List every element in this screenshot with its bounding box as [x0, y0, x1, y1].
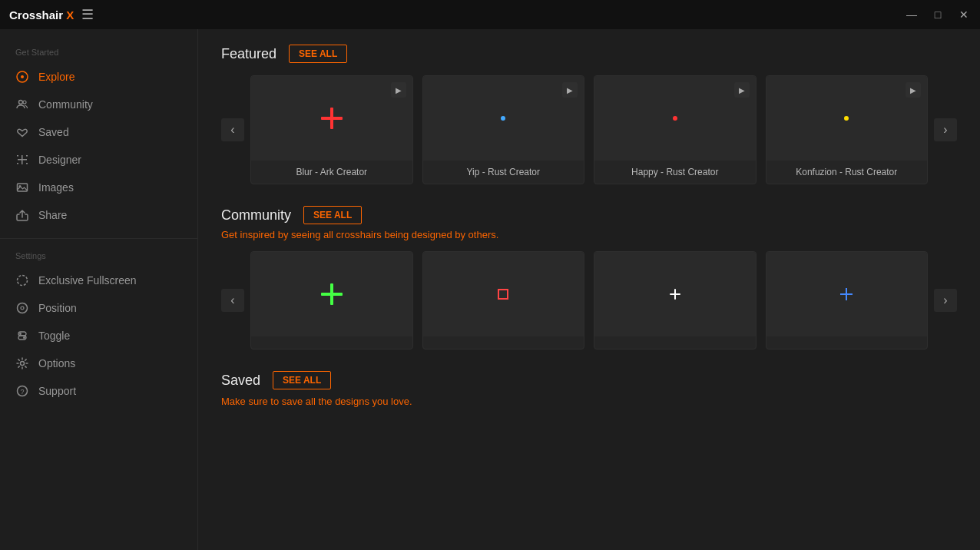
svg-rect-5	[22, 155, 23, 164]
titlebar-left: Crosshair X ☰	[9, 6, 94, 23]
community-card-preview-1	[251, 252, 412, 336]
sidebar-section-getstarted: Get Started	[0, 45, 197, 63]
featured-title: Featured	[221, 46, 276, 62]
saved-label: Saved	[38, 126, 69, 138]
crosshair-preview-happy-rust	[673, 116, 677, 121]
close-button[interactable]: ✕	[957, 8, 971, 21]
card-preview-happy-rust: ▶	[594, 76, 756, 161]
community-prev-button[interactable]: ‹	[221, 289, 244, 312]
svg-rect-6	[17, 155, 18, 157]
minimize-button[interactable]: —	[905, 8, 919, 21]
sidebar-item-explore[interactable]: Explore	[0, 63, 197, 91]
featured-card-blur-ark[interactable]: ▶ Blur - Ark Creator	[250, 75, 413, 184]
community-card-label-1	[251, 336, 412, 349]
featured-card-happy-rust[interactable]: ▶ Happy - Rust Creator	[594, 75, 757, 184]
featured-header: Featured SEE ALL	[221, 45, 957, 63]
toggle-label: Toggle	[38, 330, 70, 342]
app-body: Get Started Explore Community	[0, 29, 980, 550]
svg-rect-8	[17, 163, 18, 164]
svg-rect-10	[18, 184, 28, 191]
svg-rect-9	[26, 163, 28, 164]
featured-card-konfuzion-rust[interactable]: ▶ Konfuzion - Rust Creator	[766, 75, 929, 184]
community-card-3[interactable]	[594, 251, 757, 350]
video-icon-yip-rust: ▶	[562, 82, 578, 98]
sidebar-item-position[interactable]: Position	[0, 294, 197, 322]
titlebar: Crosshair X ☰ — □ ✕	[0, 0, 980, 29]
sidebar-item-designer[interactable]: Designer	[0, 146, 197, 174]
card-label-happy-rust: Happy - Rust Creator	[594, 161, 756, 184]
community-card-4[interactable]	[766, 251, 929, 350]
card-label-blur-ark: Blur - Ark Creator	[251, 161, 412, 184]
crosshair-community-1	[321, 283, 343, 305]
community-title: Community	[221, 207, 291, 224]
svg-point-15	[19, 333, 22, 335]
svg-point-13	[18, 303, 28, 313]
card-preview-blur-ark: ▶	[251, 76, 412, 161]
sidebar-item-share[interactable]: Share	[0, 201, 197, 229]
community-icon	[15, 98, 29, 111]
sidebar-item-exclusive-fullscreen[interactable]: Exclusive Fullscreen	[0, 267, 197, 294]
community-card-1[interactable]	[250, 251, 413, 350]
explore-icon	[15, 70, 29, 84]
community-card-label-3	[594, 336, 756, 349]
share-icon	[15, 208, 29, 222]
crosshair-preview-yip-rust	[501, 116, 505, 121]
support-icon: ?	[15, 384, 29, 398]
saved-see-all-button[interactable]: SEE ALL	[273, 371, 331, 389]
community-card-preview-4	[766, 252, 928, 336]
options-icon	[15, 356, 29, 370]
sidebar-item-saved[interactable]: Saved	[0, 118, 197, 146]
sidebar-divider	[0, 238, 197, 239]
featured-prev-button[interactable]: ‹	[221, 118, 244, 141]
crosshair-preview-konfuzion-rust	[844, 116, 849, 121]
video-icon-happy-rust: ▶	[734, 82, 750, 98]
video-icon-konfuzion-rust: ▶	[906, 82, 921, 98]
sidebar-item-toggle[interactable]: Toggle	[0, 322, 197, 350]
sidebar: Get Started Explore Community	[0, 29, 198, 550]
sidebar-item-images[interactable]: Images	[0, 174, 197, 201]
featured-see-all-button[interactable]: SEE ALL	[289, 45, 347, 63]
community-next-button[interactable]: ›	[934, 289, 957, 312]
sidebar-section-settings: Settings	[0, 248, 197, 267]
saved-icon	[15, 125, 29, 139]
featured-next-button[interactable]: ›	[934, 118, 957, 141]
featured-card-yip-rust[interactable]: ▶ Yip - Rust Creator	[422, 75, 585, 184]
crosshair-community-3	[670, 289, 680, 300]
crosshair-community-2	[498, 289, 508, 300]
app-logo: Crosshair X	[9, 8, 74, 22]
community-desc-highlight: inspired by seeing all crosshairs being …	[240, 229, 499, 240]
svg-point-2	[19, 101, 23, 104]
svg-point-16	[23, 336, 25, 339]
community-card-2[interactable]	[422, 251, 585, 350]
explore-label: Explore	[38, 71, 74, 83]
crosshair-community-4	[840, 288, 853, 300]
sidebar-item-options[interactable]: Options	[0, 350, 197, 377]
community-see-all-button[interactable]: SEE ALL	[303, 206, 362, 224]
community-carousel: ‹	[221, 251, 957, 350]
exclusive-fullscreen-label: Exclusive Fullscreen	[38, 274, 137, 287]
position-label: Position	[38, 302, 77, 314]
exclusive-fullscreen-icon	[15, 273, 29, 287]
sidebar-item-community[interactable]: Community	[0, 91, 197, 118]
maximize-button[interactable]: □	[931, 8, 945, 21]
main-content: Featured SEE ALL ‹ ▶ Blur - Ark Creator …	[198, 29, 980, 550]
svg-text:?: ?	[21, 388, 25, 396]
toggle-icon	[15, 329, 29, 343]
community-card-preview-3	[594, 252, 756, 336]
support-label: Support	[38, 385, 76, 397]
community-cards	[250, 251, 928, 350]
hamburger-menu[interactable]: ☰	[81, 6, 94, 23]
card-preview-yip-rust: ▶	[423, 76, 584, 161]
community-card-label-4	[766, 336, 928, 349]
titlebar-controls: — □ ✕	[905, 8, 971, 21]
sidebar-item-support[interactable]: ? Support	[0, 377, 197, 405]
card-preview-konfuzion-rust: ▶	[766, 76, 928, 161]
saved-description: Make sure to save all the designs you lo…	[221, 396, 957, 407]
featured-cards: ▶ Blur - Ark Creator ▶ Yip - Rust Creato…	[250, 75, 928, 184]
svg-point-1	[21, 75, 24, 78]
community-card-preview-2	[423, 252, 584, 336]
designer-label: Designer	[38, 154, 81, 166]
video-icon-blur-ark: ▶	[391, 82, 406, 98]
svg-point-14	[21, 306, 24, 310]
images-label: Images	[38, 181, 74, 194]
